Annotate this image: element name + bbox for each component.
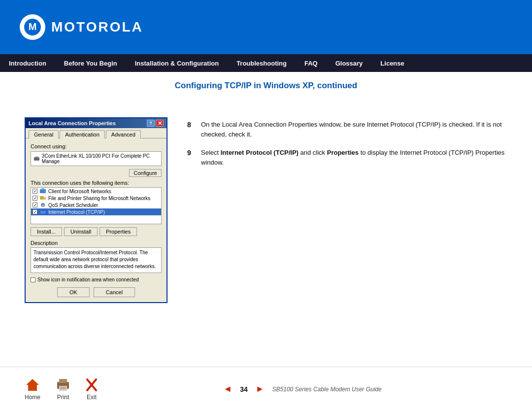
list-item-tcp-ip[interactable]: TCP Internet Protocol (TCP/IP) bbox=[31, 208, 161, 215]
svg-text:TCP: TCP bbox=[40, 211, 46, 214]
win-help-button[interactable]: ? bbox=[147, 120, 155, 127]
win-bottom-buttons: Install... Uninstall Properties bbox=[31, 227, 162, 236]
win-tab-general[interactable]: General bbox=[29, 130, 59, 138]
exit-icon bbox=[86, 378, 98, 392]
page-title: Configuring TCP/IP in Windows XP, contin… bbox=[0, 81, 532, 91]
checkbox-client[interactable] bbox=[33, 189, 37, 194]
svg-rect-5 bbox=[41, 188, 44, 190]
home-icon bbox=[25, 378, 40, 392]
show-icon-checkbox[interactable] bbox=[31, 277, 35, 282]
show-icon-label: Show icon in notification area when conn… bbox=[37, 277, 139, 282]
items-label: This connection uses the following items… bbox=[31, 180, 162, 186]
win-titlebar: Local Area Connection Properties ? ✕ bbox=[26, 118, 166, 128]
item-label-client: Client for Microsoft Networks bbox=[48, 189, 111, 194]
navigation-bar: Introduction Before You Begin Installati… bbox=[0, 54, 532, 72]
items-listbox[interactable]: Client for Microsoft Networks File and P… bbox=[31, 187, 162, 224]
print-icon bbox=[55, 378, 71, 392]
ok-button[interactable]: OK bbox=[57, 287, 90, 297]
svg-rect-7 bbox=[43, 197, 46, 200]
win-tab-advanced[interactable]: Advanced bbox=[106, 130, 141, 138]
show-icon-row: Show icon in notification area when conn… bbox=[31, 277, 162, 282]
configure-button[interactable]: Configure bbox=[129, 169, 162, 177]
brand-name: MOTOROLA bbox=[51, 19, 143, 35]
ok-cancel-buttons: OK Cancel bbox=[31, 287, 162, 297]
win-body: Connect using: 3Com EtherLink XL 10/100 … bbox=[26, 138, 166, 302]
nav-item-glossary[interactable]: Glossary bbox=[327, 54, 372, 72]
connect-using-value: 3Com EtherLink XL 10/100 PCI For Complet… bbox=[42, 153, 159, 164]
home-button[interactable]: Home bbox=[25, 378, 40, 401]
prev-page-arrow[interactable]: ◄ bbox=[223, 384, 232, 394]
nav-item-faq[interactable]: FAQ bbox=[296, 54, 327, 72]
checkbox-qos[interactable] bbox=[33, 203, 37, 207]
svg-rect-2 bbox=[34, 157, 39, 160]
nav-item-installation[interactable]: Installation & Configuration bbox=[126, 54, 228, 72]
nav-item-troubleshooting[interactable]: Troubleshooting bbox=[228, 54, 296, 72]
checkbox-tcp-ip[interactable] bbox=[33, 209, 37, 214]
description-box: Transmission Control Protocol/Internet P… bbox=[31, 247, 162, 273]
step-9-number: 9 bbox=[187, 148, 196, 167]
win-tabs: General Authentication Advanced bbox=[26, 128, 166, 138]
svg-rect-13 bbox=[31, 387, 34, 391]
list-item-qos: Q QoS Packet Scheduler bbox=[31, 202, 161, 208]
win-title-text: Local Area Connection Properties bbox=[29, 120, 116, 126]
svg-text:M: M bbox=[29, 21, 37, 32]
page-number: 34 bbox=[240, 385, 248, 393]
footer-center: ◄ 34 ► SB5100 Series Cable Modem User Gu… bbox=[98, 384, 507, 394]
cancel-button[interactable]: Cancel bbox=[94, 287, 135, 297]
svg-rect-6 bbox=[40, 196, 44, 200]
step-9-text: Select Internet Protocol (TCP/IP) and cl… bbox=[201, 148, 507, 167]
item-label-tcp-ip: Internet Protocol (TCP/IP) bbox=[48, 209, 105, 215]
svg-rect-18 bbox=[60, 388, 66, 389]
description-label: Description bbox=[31, 240, 162, 246]
win-close-button[interactable]: ✕ bbox=[156, 120, 164, 127]
svg-rect-3 bbox=[35, 156, 38, 158]
step-8-text: On the Local Area Connection Properties … bbox=[201, 120, 507, 139]
install-button[interactable]: Install... bbox=[31, 227, 62, 236]
nav-item-license[interactable]: License bbox=[371, 54, 413, 72]
win-dialog: Local Area Connection Properties ? ✕ Gen… bbox=[25, 117, 167, 303]
connect-using-box: 3Com EtherLink XL 10/100 PCI For Complet… bbox=[31, 151, 162, 166]
print-label: Print bbox=[57, 394, 69, 401]
dialog-screenshot: Local Area Connection Properties ? ✕ Gen… bbox=[25, 117, 167, 303]
step-9: 9 Select Internet Protocol (TCP/IP) and … bbox=[187, 148, 507, 167]
win-tab-authentication[interactable]: Authentication bbox=[60, 130, 105, 138]
step-8: 8 On the Local Area Connection Propertie… bbox=[187, 120, 507, 139]
svg-rect-4 bbox=[40, 189, 46, 193]
item-label-file-sharing: File and Printer Sharing for Microsoft N… bbox=[48, 196, 150, 201]
checkbox-file-sharing[interactable] bbox=[33, 196, 37, 201]
win-controls: ? ✕ bbox=[147, 120, 164, 127]
exit-button[interactable]: Exit bbox=[86, 378, 98, 401]
step-8-number: 8 bbox=[187, 120, 196, 139]
print-button[interactable]: Print bbox=[55, 378, 71, 401]
main-content: Local Area Connection Properties ? ✕ Gen… bbox=[0, 103, 532, 318]
svg-rect-17 bbox=[60, 387, 66, 388]
connect-using-label: Connect using: bbox=[31, 143, 162, 149]
step-9-bold-2: Properties bbox=[327, 149, 359, 156]
nav-item-before-you-begin[interactable]: Before You Begin bbox=[55, 54, 126, 72]
motorola-logo: M MOTOROLA bbox=[20, 14, 143, 40]
motorola-m-icon: M bbox=[20, 14, 45, 40]
svg-text:Q: Q bbox=[42, 204, 44, 207]
footer-navigation: Home Print Exit bbox=[25, 378, 98, 401]
home-label: Home bbox=[25, 394, 40, 401]
properties-button[interactable]: Properties bbox=[100, 227, 137, 236]
uninstall-button[interactable]: Uninstall bbox=[64, 227, 98, 236]
nav-item-introduction[interactable]: Introduction bbox=[0, 54, 55, 72]
footer: Home Print Exit ◄ 34 ► SB5100 Series Cab… bbox=[0, 367, 532, 411]
list-item-file-sharing: File and Printer Sharing for Microsoft N… bbox=[31, 195, 161, 202]
svg-rect-15 bbox=[59, 379, 67, 383]
guide-text: SB5100 Series Cable Modem User Guide bbox=[272, 386, 382, 393]
steps-content: 8 On the Local Area Connection Propertie… bbox=[187, 117, 507, 303]
exit-label: Exit bbox=[87, 394, 97, 401]
item-label-qos: QoS Packet Scheduler bbox=[48, 203, 98, 208]
header: M MOTOROLA bbox=[0, 0, 532, 54]
next-page-arrow[interactable]: ► bbox=[256, 384, 265, 394]
step-9-bold-1: Internet Protocol (TCP/IP) bbox=[221, 149, 299, 156]
list-item-client: Client for Microsoft Networks bbox=[31, 188, 161, 195]
